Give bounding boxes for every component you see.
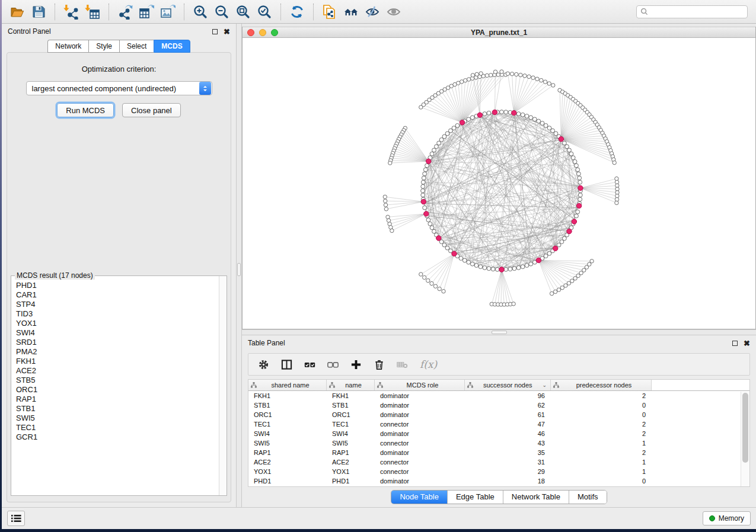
mcds-result-item[interactable]: TID3 bbox=[16, 309, 219, 319]
table-row[interactable]: FKH1FKH1dominator962 bbox=[248, 391, 749, 400]
cell-name: SWI4 bbox=[327, 430, 375, 437]
mcds-result-item[interactable]: PHD1 bbox=[16, 281, 219, 290]
splitter-grip[interactable] bbox=[237, 263, 241, 276]
column-header-name[interactable]: name bbox=[327, 380, 375, 390]
column-header-predecessor-nodes[interactable]: predecessor nodes bbox=[551, 380, 652, 390]
close-panel-button[interactable]: Close panel bbox=[122, 103, 181, 117]
tab-mcds[interactable]: MCDS bbox=[154, 40, 190, 53]
table-body: FKH1FKH1dominator962STB1STB1dominator620… bbox=[248, 391, 749, 486]
tab-edge-table[interactable]: Edge Table bbox=[448, 491, 503, 504]
select-all-button[interactable] bbox=[304, 359, 315, 370]
export-image-button[interactable] bbox=[157, 2, 178, 21]
zoom-selected-button[interactable] bbox=[254, 2, 275, 21]
mcds-result-item[interactable]: GCR1 bbox=[16, 432, 219, 442]
table-row[interactable]: TEC1TEC1connector472 bbox=[248, 419, 749, 429]
delete-row-button[interactable] bbox=[374, 359, 385, 370]
minimize-window-icon[interactable] bbox=[259, 29, 266, 36]
criterion-dropdown[interactable]: largest connected component (undirected) bbox=[26, 81, 212, 95]
table-row[interactable]: PHD1PHD1dominator180 bbox=[248, 476, 749, 486]
float-panel-icon[interactable] bbox=[212, 29, 218, 34]
table-row[interactable]: YOX1YOX1connector291 bbox=[248, 467, 749, 476]
table-row[interactable]: ORC1ORC1dominator610 bbox=[248, 410, 749, 419]
fx-icon: f(x) bbox=[420, 358, 437, 370]
export-table-button[interactable] bbox=[136, 2, 157, 21]
mcds-result-item[interactable]: SRD1 bbox=[16, 338, 219, 347]
delete-table-button[interactable] bbox=[397, 359, 408, 370]
mcds-result-item[interactable]: ORC1 bbox=[16, 385, 219, 395]
share-document-icon bbox=[322, 4, 337, 20]
table-row[interactable]: STB1STB1dominator620 bbox=[248, 400, 749, 410]
network-window-titlebar[interactable]: YPA_prune.txt_1 bbox=[243, 27, 755, 38]
vertical-splitter[interactable] bbox=[236, 24, 242, 507]
zoom-in-button[interactable] bbox=[190, 2, 211, 21]
float-panel-icon[interactable] bbox=[732, 341, 738, 346]
table-row[interactable]: SWI4SWI4dominator462 bbox=[248, 429, 749, 438]
show-graphics-details-button[interactable] bbox=[383, 2, 404, 21]
mcds-result-item[interactable]: FKH1 bbox=[16, 357, 219, 366]
hide-graphics-details-button[interactable] bbox=[362, 2, 383, 21]
close-panel-icon[interactable]: ✖ bbox=[744, 341, 750, 346]
mcds-result-item[interactable]: STP4 bbox=[16, 300, 219, 309]
tab-select[interactable]: Select bbox=[119, 40, 154, 53]
table-settings-button[interactable] bbox=[258, 359, 269, 370]
mcds-result-item[interactable]: TEC1 bbox=[16, 423, 219, 432]
close-window-icon[interactable] bbox=[247, 29, 254, 36]
tab-network[interactable]: Network bbox=[47, 40, 88, 53]
tab-node-table[interactable]: Node Table bbox=[391, 491, 448, 504]
scrollbar-thumb[interactable] bbox=[742, 393, 748, 463]
run-mcds-button[interactable]: Run MCDS bbox=[57, 103, 114, 117]
search-input[interactable] bbox=[648, 8, 744, 16]
maximize-window-icon[interactable] bbox=[271, 29, 278, 36]
open-session-button[interactable] bbox=[7, 2, 28, 21]
table-row[interactable]: SWI5SWI5connector431 bbox=[248, 438, 749, 448]
show-log-button[interactable] bbox=[7, 511, 25, 526]
mcds-result-item[interactable]: CAR1 bbox=[16, 290, 219, 300]
sort-icon: ⌄ bbox=[542, 382, 547, 388]
cell-predecessor-nodes: 2 bbox=[551, 449, 652, 456]
column-header-shared-name[interactable]: shared name bbox=[248, 380, 327, 390]
mcds-result-item[interactable]: ACE2 bbox=[16, 366, 219, 376]
tab-style[interactable]: Style bbox=[88, 40, 119, 53]
import-network-button[interactable] bbox=[60, 2, 82, 21]
zoom-fit-button[interactable] bbox=[232, 2, 254, 21]
close-panel-icon[interactable]: ✖ bbox=[224, 29, 230, 34]
table-scrollbar[interactable] bbox=[741, 392, 749, 486]
cell-predecessor-nodes: 1 bbox=[551, 459, 652, 466]
zoom-out-icon bbox=[214, 4, 229, 20]
mcds-result-item[interactable]: STB5 bbox=[16, 376, 219, 385]
mcds-result-item[interactable]: SWI5 bbox=[16, 414, 219, 423]
column-header-MCDS-role[interactable]: MCDS role bbox=[375, 380, 465, 390]
function-builder-button[interactable]: f(x) bbox=[420, 358, 437, 370]
tab-network-table[interactable]: Network Table bbox=[503, 491, 569, 504]
share-network-button[interactable] bbox=[319, 2, 340, 21]
mcds-result-item[interactable]: YOX1 bbox=[16, 319, 219, 328]
toolbar-separator bbox=[184, 4, 184, 20]
import-table-button[interactable] bbox=[82, 2, 103, 21]
column-header-successor-nodes[interactable]: successor nodes⌄ bbox=[465, 380, 551, 390]
zoom-selected-icon bbox=[257, 4, 272, 20]
horizontal-splitter[interactable] bbox=[242, 329, 756, 335]
add-row-button[interactable] bbox=[350, 359, 362, 370]
mcds-result-list[interactable]: PHD1CAR1STP4TID3YOX1SWI4SRD1PMA2FKH1ACE2… bbox=[11, 276, 219, 495]
search-field[interactable] bbox=[636, 5, 748, 18]
network-canvas[interactable] bbox=[243, 38, 755, 329]
table-row[interactable]: RAP1RAP1dominator352 bbox=[248, 448, 749, 457]
mcds-result-item[interactable]: PMA2 bbox=[16, 347, 219, 357]
save-session-button[interactable] bbox=[28, 2, 49, 21]
export-network-button[interactable] bbox=[114, 2, 136, 21]
unselect-all-button[interactable] bbox=[327, 359, 339, 370]
zoom-out-button[interactable] bbox=[211, 2, 232, 21]
mcds-list-scrollbar[interactable] bbox=[219, 276, 227, 495]
splitter-grip[interactable] bbox=[492, 331, 507, 334]
mcds-result-item[interactable]: SWI4 bbox=[16, 328, 219, 338]
show-columns-button[interactable] bbox=[281, 359, 292, 370]
checked-boxes-icon bbox=[304, 359, 315, 370]
mcds-result-item[interactable]: STB1 bbox=[16, 404, 219, 414]
apply-layout-button[interactable] bbox=[286, 2, 308, 21]
memory-button[interactable]: Memory bbox=[703, 511, 751, 525]
table-row[interactable]: ACE2ACE2connector311 bbox=[248, 457, 749, 467]
home-button[interactable] bbox=[340, 2, 362, 21]
cell-predecessor-nodes: 1 bbox=[551, 440, 652, 447]
tab-motifs[interactable]: Motifs bbox=[569, 491, 607, 504]
mcds-result-item[interactable]: RAP1 bbox=[16, 395, 219, 404]
